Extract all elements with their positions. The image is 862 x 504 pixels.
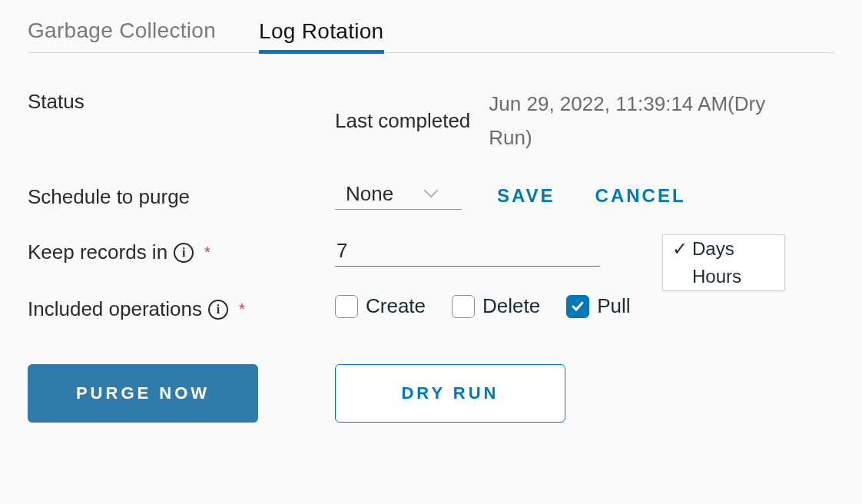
schedule-select[interactable]: None: [335, 182, 462, 210]
included-operations-label: Included operations: [28, 297, 202, 321]
unit-option-hours[interactable]: Hours: [663, 263, 784, 290]
tab-log-rotation[interactable]: Log Rotation: [259, 19, 383, 54]
info-icon[interactable]: i: [174, 243, 194, 263]
checkbox-delete-label: Delete: [482, 294, 540, 318]
unit-option-days[interactable]: ✓ Days: [663, 235, 784, 263]
chevron-down-icon: [424, 186, 438, 202]
dry-run-button[interactable]: DRY RUN: [335, 364, 565, 423]
operations-checkbox-group: Create Delete Pull: [335, 294, 631, 318]
checkbox-delete[interactable]: Delete: [452, 294, 540, 318]
status-value: Jun 29, 2022, 11:39:14 AM(Dry Run): [489, 87, 811, 154]
checkbox-create-label: Create: [366, 294, 426, 318]
tab-garbage-collection[interactable]: Garbage Collection: [28, 18, 216, 52]
checkbox-pull[interactable]: Pull: [566, 294, 630, 318]
checkbox-box: [566, 295, 589, 318]
schedule-selected-value: None: [346, 182, 393, 206]
keep-records-input[interactable]: [335, 237, 600, 267]
status-label: Status: [28, 90, 85, 114]
checkbox-box: [335, 295, 358, 318]
purge-now-button[interactable]: PURGE NOW: [28, 364, 258, 423]
checkbox-pull-label: Pull: [597, 294, 630, 318]
tabs-bar: Garbage Collection Log Rotation: [28, 18, 834, 53]
info-icon[interactable]: i: [208, 300, 228, 320]
unit-option-hours-label: Hours: [692, 266, 741, 287]
schedule-row: Schedule to purge None SAVE CANCEL: [28, 182, 834, 210]
keep-records-label: Keep records in: [28, 240, 167, 264]
keep-records-row: Keep records in i * ✓ Days Hours: [28, 237, 834, 267]
required-asterisk: *: [239, 300, 245, 318]
unit-dropdown: ✓ Days Hours: [662, 234, 785, 291]
status-metric: Last completed: [335, 109, 470, 133]
check-icon: ✓: [672, 238, 686, 260]
checkbox-create[interactable]: Create: [335, 294, 426, 318]
action-buttons: PURGE NOW DRY RUN: [28, 364, 834, 423]
checkbox-box: [452, 295, 475, 318]
save-button[interactable]: SAVE: [492, 184, 560, 207]
included-operations-row: Included operations i * Create Delete: [28, 294, 834, 321]
required-asterisk: *: [204, 244, 211, 261]
unit-option-days-label: Days: [692, 238, 734, 260]
cancel-button[interactable]: CANCEL: [591, 184, 691, 207]
schedule-label: Schedule to purge: [28, 185, 190, 209]
status-row: Status Last completed Jun 29, 2022, 11:3…: [28, 87, 834, 154]
log-rotation-settings: Garbage Collection Log Rotation Status L…: [0, 0, 862, 453]
